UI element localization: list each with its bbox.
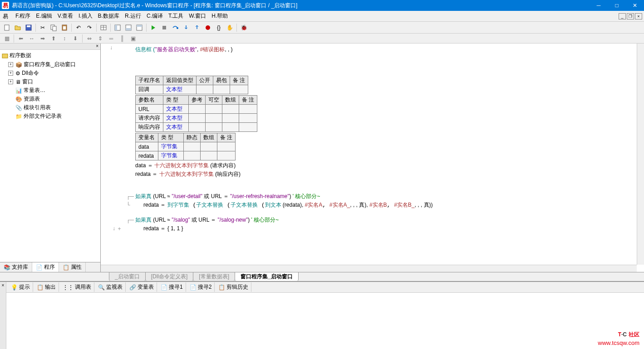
align-tool-icon[interactable]: ▦ xyxy=(2,34,12,44)
space-v-icon[interactable]: ⇕ xyxy=(95,34,105,44)
tree-item-2[interactable]: +🖥窗口 xyxy=(2,78,98,86)
tab-watch[interactable]: 🔍监视表 xyxy=(95,282,126,292)
step-into-icon[interactable] xyxy=(181,23,191,33)
menu-database[interactable]: B.数据库 xyxy=(95,11,122,21)
menu-insert[interactable]: I.插入 xyxy=(76,11,95,21)
left-panel-tabs: 📚支持库 📄程序 📋属性 xyxy=(0,262,100,272)
new-file-icon[interactable] xyxy=(2,23,12,33)
cut-icon[interactable]: ✂ xyxy=(38,23,48,33)
tree-item-label: 外部文件记录表 xyxy=(24,112,62,120)
step-over-icon[interactable] xyxy=(170,23,180,33)
copy-icon[interactable] xyxy=(49,23,59,33)
align-right-icon[interactable]: ➡ xyxy=(38,34,48,44)
tree-item-4[interactable]: 🎨资源表 xyxy=(2,95,98,103)
mdi-minimize-button[interactable]: _ xyxy=(619,13,626,19)
code-editor[interactable]: ↓ 信息框 ("服务器启动失败", #错误图标, , ) 子程序名返回值类型公开… xyxy=(101,44,644,272)
tree-item-label: 常量表… xyxy=(24,87,45,94)
align-bottom-icon[interactable]: ⬇ xyxy=(70,34,80,44)
menu-help[interactable]: H.帮助 xyxy=(209,11,231,21)
tree-item-6[interactable]: 📁外部文件记录表 xyxy=(2,112,98,121)
space-h-icon[interactable]: ⇔ xyxy=(84,34,94,44)
same-size-icon[interactable]: ▣ xyxy=(128,34,138,44)
tab-output[interactable]: 📋输出 xyxy=(34,282,59,292)
svg-rect-19 xyxy=(2,54,8,58)
menu-compile[interactable]: C.编译 xyxy=(144,11,166,21)
vars-table[interactable]: 变量名类 型静态数组备 注 data字节集redata字节集 xyxy=(135,133,236,160)
tree-root[interactable]: 程序数据 xyxy=(2,52,98,59)
bottom-panel-close-icon[interactable]: × xyxy=(0,282,6,349)
layout1-icon[interactable] xyxy=(113,23,123,33)
align-center-h-icon[interactable]: ↔ xyxy=(27,34,37,44)
subroutine-table[interactable]: 子程序名返回值类型公开易包备 注 回调文本型 xyxy=(135,76,248,94)
mdi-restore-button[interactable]: ❐ xyxy=(627,13,634,19)
project-tree[interactable]: 程序数据 +📦窗口程序集_启动窗口+⚙Dll命令+🖥窗口📊常量表…🎨资源表📎模块… xyxy=(0,50,100,262)
braces-icon[interactable]: {} xyxy=(214,23,224,33)
tree-root-label: 程序数据 xyxy=(10,52,31,59)
expand-icon[interactable]: + xyxy=(8,71,13,76)
layout3-icon[interactable] xyxy=(134,23,144,33)
menu-file[interactable]: F.程序 xyxy=(13,11,33,21)
tab-clip-history[interactable]: 📋剪辑历史 xyxy=(216,282,251,292)
menu-run[interactable]: R.运行 xyxy=(122,11,144,21)
tree-item-5[interactable]: 📎模块引用表 xyxy=(2,103,98,112)
svg-rect-13 xyxy=(126,28,131,30)
mdi-close-button[interactable]: × xyxy=(635,13,642,19)
stop-icon[interactable] xyxy=(159,23,169,33)
tab-hint[interactable]: 💡提示 xyxy=(8,282,33,292)
app-logo-icon: 易 xyxy=(2,2,9,9)
expand-icon[interactable]: + xyxy=(8,62,13,67)
bug-icon[interactable]: 🐞 xyxy=(239,23,249,33)
table-icon[interactable] xyxy=(98,23,108,33)
undo-icon[interactable]: ↶ xyxy=(74,23,84,33)
align-center-v-icon[interactable]: ↕ xyxy=(59,34,69,44)
tab-search1[interactable]: 📄搜寻1 xyxy=(158,282,186,292)
close-button[interactable]: ✕ xyxy=(626,0,644,11)
save-file-icon[interactable] xyxy=(24,23,34,33)
align-top-icon[interactable]: ⬆ xyxy=(49,34,59,44)
tab-constants[interactable]: [常量数据表] xyxy=(193,272,235,281)
tree-item-1[interactable]: +⚙Dll命令 xyxy=(2,69,98,78)
tab-search2[interactable]: 📄搜寻2 xyxy=(187,282,215,292)
window-title: 易语言(加密狗版) - C:\Users\26325\Desktop\过实名.e… xyxy=(12,2,590,10)
svg-rect-6 xyxy=(63,26,66,29)
tree-item-icon: 📦 xyxy=(15,62,22,68)
tab-callstack[interactable]: ⋮⋮调用表 xyxy=(60,282,94,292)
params-table[interactable]: 参数名类 型参考可空数组备 注 URL文本型请求内容文本型响应内容文本型 xyxy=(135,95,257,132)
vertical-scrollbar[interactable] xyxy=(637,44,644,265)
tab-variables[interactable]: 🔗变量表 xyxy=(127,282,157,292)
watermark: T·C社区 www.tcsqw.com xyxy=(598,325,639,346)
step-out-icon[interactable] xyxy=(192,23,202,33)
editor-tabs: _启动窗口 [Dll命令定义表] [常量数据表] 窗口程序集_启动窗口 xyxy=(0,272,644,281)
tab-support-lib[interactable]: 📚支持库 xyxy=(0,262,32,272)
panel-close-button[interactable]: × xyxy=(0,44,100,50)
tree-item-3[interactable]: 📊常量表… xyxy=(2,86,98,95)
tab-program[interactable]: 📄程序 xyxy=(32,262,59,272)
align-left-icon[interactable]: ⬅ xyxy=(16,34,26,44)
same-width-icon[interactable]: ═ xyxy=(106,34,116,44)
minimize-button[interactable]: ─ xyxy=(590,0,608,11)
tab-property[interactable]: 📋属性 xyxy=(59,262,86,272)
run-icon[interactable] xyxy=(148,23,158,33)
paste-icon[interactable] xyxy=(59,23,69,33)
tree-item-label: 模块引用表 xyxy=(24,104,51,111)
breakpoint-icon[interactable] xyxy=(203,23,213,33)
tab-dll-commands[interactable]: [Dll命令定义表] xyxy=(145,272,194,281)
menu-view[interactable]: V.查看 xyxy=(55,11,76,21)
secondary-toolbar: ▦ ⬅ ↔ ➡ ⬆ ↕ ⬇ ⇔ ⇕ ═ ║ ▣ xyxy=(0,34,644,44)
tab-window-program-set[interactable]: 窗口程序集_启动窗口 xyxy=(235,272,299,281)
menu-tool[interactable]: T.工具 xyxy=(166,11,186,21)
maximize-button[interactable]: □ xyxy=(608,0,626,11)
same-height-icon[interactable]: ║ xyxy=(117,34,127,44)
layout2-icon[interactable] xyxy=(123,23,133,33)
tab-start-window[interactable]: _启动窗口 xyxy=(109,272,146,281)
horizontal-scrollbar[interactable] xyxy=(101,265,637,272)
menu-window[interactable]: W.窗口 xyxy=(186,11,209,21)
tree-item-label: 资源表 xyxy=(24,95,40,103)
svg-point-17 xyxy=(177,27,178,29)
tree-item-0[interactable]: +📦窗口程序集_启动窗口 xyxy=(2,60,98,69)
hand-icon[interactable]: ✋ xyxy=(225,23,235,33)
open-file-icon[interactable] xyxy=(13,23,23,33)
expand-icon[interactable]: + xyxy=(8,79,13,84)
menu-edit[interactable]: E.编辑 xyxy=(33,11,54,21)
redo-icon[interactable]: ↷ xyxy=(84,23,94,33)
